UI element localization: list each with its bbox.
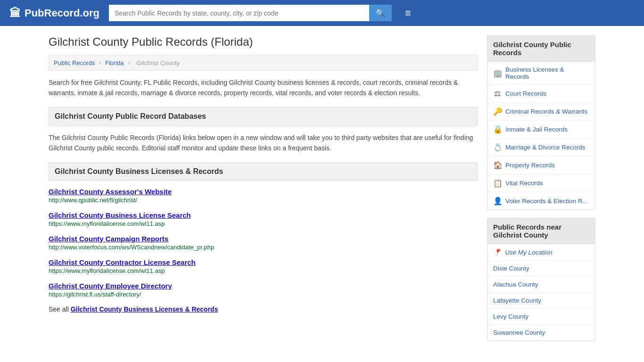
breadcrumb-sep-1: ›	[99, 59, 103, 66]
see-all-text: See all	[49, 305, 71, 313]
sidebar-item-label: Vital Records	[505, 180, 543, 187]
sidebar-item-property[interactable]: 🏠 Property Records	[487, 156, 595, 174]
nearby-item-label: Suwannee County	[493, 329, 545, 336]
record-link-3[interactable]: Gilchrist County Campaign Reports	[49, 235, 168, 243]
record-url-2: https://www.myfloridalicense.com/wl11.as…	[49, 220, 478, 227]
list-item: 👤 Voter Records & Election R...	[487, 192, 595, 210]
list-item: Levy County	[487, 309, 595, 325]
record-url-3: http://www.voterfocus.com/ws/WScandnew/c…	[49, 244, 478, 251]
nearby-levy[interactable]: Levy County	[487, 309, 595, 324]
list-item: 📍 Use My Location	[487, 244, 595, 261]
list-item: 🏢 Business Licenses & Records	[487, 62, 595, 85]
breadcrumb-county: Gilchrist County	[136, 59, 180, 66]
sidebar-item-label: Inmate & Jail Records	[505, 126, 568, 133]
header: 🏛 PubRecord.org 🔍 ≡	[0, 0, 644, 26]
logo-icon: 🏛	[9, 7, 21, 20]
list-item: 🔒 Inmate & Jail Records	[487, 121, 595, 139]
sidebar-item-inmate[interactable]: 🔒 Inmate & Jail Records	[487, 121, 595, 138]
list-item: 🏠 Property Records	[487, 156, 595, 174]
main-content: Gilchrist County Public Records (Florida…	[49, 35, 478, 341]
nearby-item-label: Use My Location	[505, 249, 553, 256]
list-item: Lafayette County	[487, 293, 595, 309]
person-icon: 👤	[493, 197, 502, 206]
sidebar-item-label: Court Records	[505, 90, 546, 97]
sidebar-item-court[interactable]: ⚖ Court Records	[487, 85, 595, 102]
sidebar-nearby: Public Records near Gilchrist County 📍 U…	[487, 218, 595, 341]
nearby-item-label: Levy County	[493, 313, 528, 320]
nearby-suwannee[interactable]: Suwannee County	[487, 325, 595, 340]
nearby-lafayette[interactable]: Lafayette County	[487, 293, 595, 308]
record-url-1: http://www.qpublic.net/fl/gilchrist/	[49, 197, 478, 204]
sidebar-section-title: Gilchrist County Public Records	[487, 35, 595, 62]
nearby-item-label: Dixie County	[493, 265, 529, 272]
page-title: Gilchrist County Public Records (Florida…	[49, 35, 478, 49]
key-icon: 🔑	[493, 107, 502, 116]
sidebar-item-vital[interactable]: 📋 Vital Records	[487, 174, 595, 192]
record-link-1[interactable]: Gilchrist County Assessor's Website	[49, 188, 172, 196]
list-item: ⚖ Court Records	[487, 85, 595, 103]
scales-icon: ⚖	[493, 89, 502, 98]
sidebar: Gilchrist County Public Records 🏢 Busine…	[487, 35, 595, 341]
site-logo[interactable]: 🏛 PubRecord.org	[9, 7, 99, 20]
databases-description: The Gilchrist County Public Records (Flo…	[49, 132, 478, 154]
list-item: 🔑 Criminal Records & Warrants	[487, 103, 595, 121]
sidebar-item-label: Marriage & Divorce Records	[505, 144, 586, 151]
page-description: Search for free Gilchrist County, FL Pub…	[49, 77, 478, 99]
sidebar-records-list: 🏢 Business Licenses & Records ⚖ Court Re…	[487, 62, 595, 210]
search-button[interactable]: 🔍	[369, 5, 392, 21]
search-input[interactable]	[109, 5, 369, 21]
sidebar-item-voter[interactable]: 👤 Voter Records & Election R...	[487, 192, 595, 210]
record-entry-3: Gilchrist County Campaign Reports http:/…	[49, 235, 478, 251]
sidebar-item-label: Criminal Records & Warrants	[505, 108, 587, 115]
databases-section-header: Gilchrist County Public Record Databases	[49, 107, 478, 126]
record-url-4: https://www.myfloridalicense.com/wl11.as…	[49, 267, 478, 274]
nearby-alachua[interactable]: Alachua County	[487, 277, 595, 292]
record-entry-4: Gilchrist County Contractor License Sear…	[49, 258, 478, 274]
logo-text: PubRecord.org	[25, 7, 99, 19]
record-link-2[interactable]: Gilchrist County Business License Search	[49, 211, 191, 219]
record-link-5[interactable]: Gilchrist County Employee Directory	[49, 282, 172, 290]
clipboard-icon: 📋	[493, 179, 502, 188]
breadcrumb-public-records[interactable]: Public Records	[54, 59, 95, 66]
sidebar-item-label: Property Records	[505, 162, 555, 169]
breadcrumb-florida[interactable]: Florida	[105, 59, 124, 66]
home-icon: 🏠	[493, 161, 502, 170]
sidebar-public-records: Gilchrist County Public Records 🏢 Busine…	[487, 35, 595, 210]
breadcrumb-sep-2: ›	[128, 59, 132, 66]
record-entry-2: Gilchrist County Business License Search…	[49, 211, 478, 227]
list-item: 💍 Marriage & Divorce Records	[487, 139, 595, 156]
see-all-link[interactable]: Gilchrist County Business Licenses & Rec…	[71, 305, 218, 313]
menu-button[interactable]: ≡	[405, 7, 411, 19]
ring-icon: 💍	[493, 143, 502, 152]
breadcrumb: Public Records › Florida › Gilchrist Cou…	[49, 55, 478, 71]
list-item: Dixie County	[487, 261, 595, 277]
sidebar-item-marriage[interactable]: 💍 Marriage & Divorce Records	[487, 139, 595, 156]
record-entry-5: Gilchrist County Employee Directory http…	[49, 282, 478, 298]
list-item: 📋 Vital Records	[487, 174, 595, 192]
business-section-header: Gilchrist County Business Licenses & Rec…	[49, 162, 478, 181]
nearby-use-location[interactable]: 📍 Use My Location	[487, 244, 595, 260]
sidebar-item-label: Business Licenses & Records	[505, 66, 589, 80]
nearby-item-label: Alachua County	[493, 281, 538, 288]
see-all: See all Gilchrist County Business Licens…	[49, 305, 478, 313]
nearby-dixie[interactable]: Dixie County	[487, 261, 595, 276]
sidebar-item-criminal[interactable]: 🔑 Criminal Records & Warrants	[487, 103, 595, 120]
list-item: Suwannee County	[487, 325, 595, 340]
nearby-section-title: Public Records near Gilchrist County	[487, 218, 595, 244]
building-icon: 🏢	[493, 69, 502, 78]
search-bar: 🔍	[109, 5, 392, 21]
sidebar-item-business[interactable]: 🏢 Business Licenses & Records	[487, 62, 595, 84]
list-item: Alachua County	[487, 277, 595, 293]
nearby-list: 📍 Use My Location Dixie County Alachua C…	[487, 244, 595, 341]
record-entry-1: Gilchrist County Assessor's Website http…	[49, 188, 478, 204]
record-url-5: https://gilchrist.fl.us/staff-directory/	[49, 291, 478, 298]
page-container: Gilchrist County Public Records (Florida…	[39, 26, 605, 350]
nearby-item-label: Lafayette County	[493, 297, 541, 304]
location-pin-icon: 📍	[493, 248, 501, 256]
record-link-4[interactable]: Gilchrist County Contractor License Sear…	[49, 258, 196, 266]
sidebar-item-label: Voter Records & Election R...	[505, 197, 588, 205]
lock-icon: 🔒	[493, 125, 502, 134]
